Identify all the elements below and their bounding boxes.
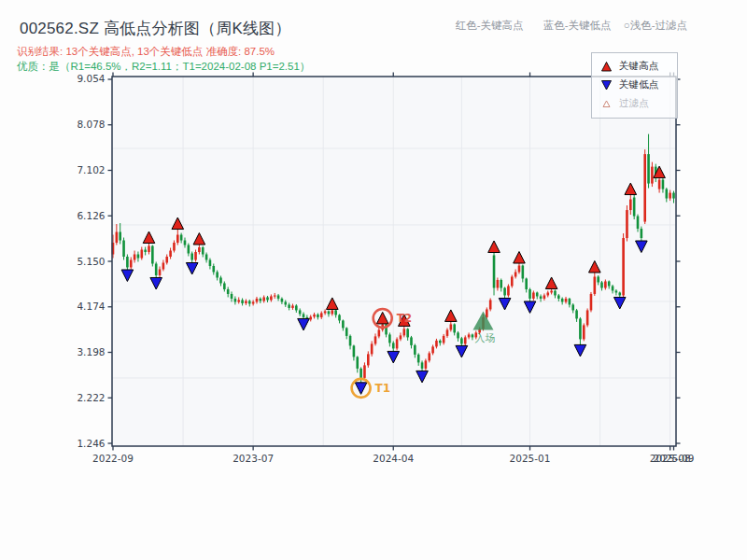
y-tick-labels: 9.0548.0787.1026.1265.1504.1743.1982.222… xyxy=(77,73,105,448)
candle-body xyxy=(159,269,162,274)
candle-body xyxy=(396,339,399,348)
candle-body xyxy=(618,292,621,295)
candle-body xyxy=(546,292,549,295)
candle-body xyxy=(586,310,589,325)
legend-item-key-high: 关键高点 xyxy=(592,57,677,76)
candle-body xyxy=(464,337,467,343)
legend-label: 过滤点 xyxy=(619,97,649,110)
candle-body xyxy=(392,343,395,348)
candle-body xyxy=(497,280,500,287)
candle-body xyxy=(525,278,528,288)
candle-body xyxy=(400,335,402,339)
candle-body xyxy=(209,260,212,266)
candle-body xyxy=(500,280,502,287)
candle-body xyxy=(486,309,488,316)
candle-body xyxy=(130,260,133,268)
candle-body xyxy=(557,295,560,298)
candle-body xyxy=(608,281,611,286)
candle-body xyxy=(353,345,356,357)
candle-body xyxy=(338,315,341,320)
y-axis-tick-label: 3.198 xyxy=(77,346,105,357)
candle-body xyxy=(554,290,557,295)
candle-body xyxy=(367,354,370,365)
candle-body xyxy=(561,299,564,301)
candle-body xyxy=(184,241,187,245)
legend-item-key-low: 关键低点 xyxy=(592,76,677,94)
candle-body xyxy=(288,304,290,307)
x-axis-tick-label: 2025-09 xyxy=(654,453,695,464)
candle-body xyxy=(615,290,618,292)
candle-body xyxy=(363,365,366,377)
candle-body xyxy=(633,198,636,217)
candle-body xyxy=(119,232,121,241)
candle-body xyxy=(647,154,650,183)
candle-body xyxy=(629,200,632,210)
candle-body xyxy=(270,296,273,300)
candle-body xyxy=(266,297,269,300)
candle-body xyxy=(446,329,449,335)
candle-body xyxy=(291,305,294,307)
candle-body xyxy=(626,210,628,238)
x-axis-tick-label: 2022-09 xyxy=(92,453,134,464)
candle-body xyxy=(188,245,190,254)
candle-body xyxy=(328,311,331,314)
candle-body xyxy=(503,287,506,295)
candle-body xyxy=(324,311,327,313)
entry-label: 入场 xyxy=(474,332,495,343)
candle-body xyxy=(511,276,514,286)
candle-body xyxy=(299,310,302,314)
candle-body xyxy=(597,276,599,282)
candle-body xyxy=(450,324,453,329)
candle-body xyxy=(122,241,125,257)
candle-body xyxy=(540,296,543,298)
candle-body xyxy=(144,250,147,252)
candle-body xyxy=(155,263,158,274)
candle-body xyxy=(295,305,298,310)
candle-body xyxy=(666,189,669,199)
candle-body xyxy=(331,310,334,314)
candle-body xyxy=(190,254,193,260)
candle-body xyxy=(134,255,136,260)
candle-body xyxy=(658,180,661,189)
candle-body xyxy=(234,299,237,301)
candle-body xyxy=(245,301,247,302)
candle-body xyxy=(417,355,420,362)
candle-body xyxy=(137,255,140,259)
candle-body xyxy=(317,315,319,317)
candle-body xyxy=(604,281,607,287)
candle-body xyxy=(345,328,348,335)
x-axis-tick-label: 2023-07 xyxy=(233,453,274,464)
candle-body xyxy=(198,247,201,252)
candle-body xyxy=(274,295,276,296)
candle-body xyxy=(252,301,255,303)
candle-body xyxy=(594,276,597,293)
chart-legend: 关键高点 关键低点 过滤点 xyxy=(591,52,678,119)
candle-body xyxy=(410,337,413,344)
candle-body xyxy=(194,252,197,259)
triangle-up-icon xyxy=(600,61,613,72)
candle-body xyxy=(637,217,640,229)
candle-body xyxy=(414,345,416,355)
candle-body xyxy=(651,167,654,184)
annotation-label: T1 xyxy=(375,382,391,395)
y-axis-tick-label: 8.078 xyxy=(77,119,105,130)
candle-body xyxy=(460,338,463,343)
candle-body xyxy=(281,299,284,301)
candle-body xyxy=(583,325,585,339)
candle-body xyxy=(320,313,323,316)
candle-body xyxy=(543,295,546,298)
legend-label: 关键低点 xyxy=(619,78,658,91)
candle-body xyxy=(162,262,165,269)
candle-body xyxy=(443,336,445,343)
candle-body xyxy=(406,329,409,337)
candle-body xyxy=(489,300,492,309)
candle-body xyxy=(237,300,240,301)
candle-body xyxy=(569,299,571,304)
candle-body xyxy=(431,346,434,353)
candle-body xyxy=(672,193,675,199)
y-axis-tick-label: 9.054 xyxy=(77,73,105,84)
legend-item-filtered: 过滤点 xyxy=(592,94,677,113)
candle-body xyxy=(374,336,377,343)
legend-label: 关键高点 xyxy=(619,60,658,73)
candle-body xyxy=(262,297,265,301)
